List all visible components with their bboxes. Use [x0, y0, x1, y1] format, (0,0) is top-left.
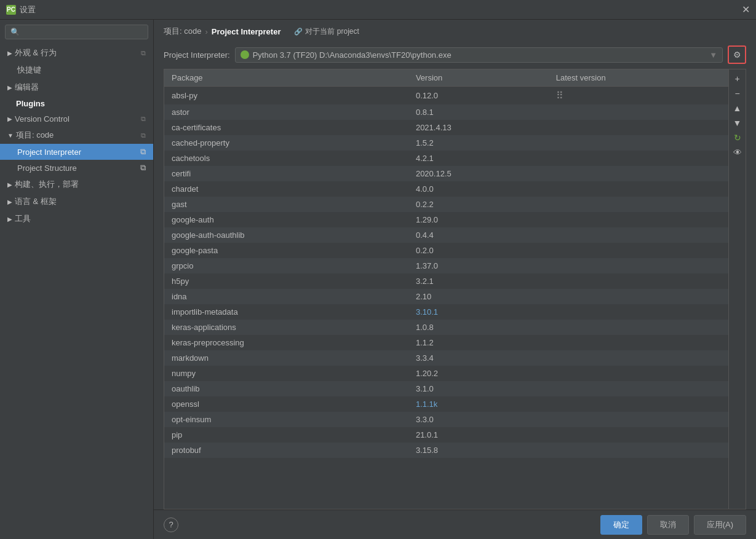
table-row[interactable]: numpy1.20.2 — [164, 366, 728, 381]
package-latest — [549, 320, 728, 335]
package-version: 3.1.0 — [408, 381, 549, 396]
sidebar-item-tools[interactable]: ▶ 工具 — [0, 210, 153, 227]
sidebar-item-version-control[interactable]: ▶ Version Control ⧉ — [0, 111, 153, 127]
column-header-latest: Latest version — [549, 69, 728, 87]
table-row[interactable]: certifi2020.12.5 — [164, 166, 728, 181]
copy-icon: ⧉ — [141, 49, 146, 57]
apply-button[interactable]: 应用(A) — [694, 515, 746, 535]
package-name: numpy — [164, 366, 408, 381]
table-row[interactable]: cachetools4.2.1 — [164, 151, 728, 166]
table-row[interactable]: google-pasta0.2.0 — [164, 243, 728, 258]
package-version: 1.5.2 — [408, 135, 549, 151]
table-row[interactable]: idna2.10 — [164, 289, 728, 304]
package-name: gast — [164, 197, 408, 212]
table-row[interactable]: h5py3.2.1 — [164, 273, 728, 289]
table-row[interactable]: protobuf3.15.8 — [164, 443, 728, 458]
scroll-up-button[interactable]: ▲ — [731, 101, 744, 115]
close-button[interactable]: ✕ — [742, 4, 750, 15]
breadcrumb-separator: › — [205, 27, 207, 36]
cancel-button[interactable]: 取消 — [647, 515, 689, 535]
breadcrumb-link[interactable]: 🔗 对于当前 project — [294, 26, 359, 37]
sidebar-nav: ▶ 外观 & 行为 ⧉ 快捷键 ▶ 编辑器 Plugins ▶ Version … — [0, 44, 153, 539]
right-action-bar: + − ▲ ▼ ↻ 👁 — [728, 69, 746, 509]
table-row[interactable]: markdown3.3.4 — [164, 350, 728, 366]
package-version: 1.0.8 — [408, 320, 549, 335]
package-latest — [549, 396, 728, 412]
main-layout: ▶ 外观 & 行为 ⧉ 快捷键 ▶ 编辑器 Plugins ▶ Version … — [0, 20, 756, 539]
sidebar-item-project-structure[interactable]: Project Structure ⧉ — [0, 160, 153, 176]
table-row[interactable]: chardet4.0.0 — [164, 181, 728, 197]
package-version: 4.2.1 — [408, 151, 549, 166]
package-version: 1.29.0 — [408, 212, 549, 227]
table-row[interactable]: pip21.0.1 — [164, 427, 728, 443]
sidebar-item-editor[interactable]: ▶ 编辑器 — [0, 79, 153, 96]
gear-button[interactable]: ⚙ — [728, 45, 746, 64]
package-name: cached-property — [164, 135, 408, 151]
help-button[interactable]: ? — [164, 517, 178, 532]
table-row[interactable]: importlib-metadata3.10.1 — [164, 304, 728, 320]
table-wrapper[interactable]: Package Version Latest version absl-py0.… — [164, 69, 728, 509]
package-version: 0.4.4 — [408, 227, 549, 243]
package-latest — [549, 258, 728, 273]
interpreter-value: Python 3.7 (TF20) D:\Anaconda3\envs\TF20… — [253, 50, 707, 60]
sidebar-item-label: 外观 & 行为 — [15, 47, 57, 58]
table-row[interactable]: cached-property1.5.2 — [164, 135, 728, 151]
package-latest: ⠿ — [549, 87, 728, 105]
package-latest — [549, 135, 728, 151]
table-row[interactable]: google-auth1.29.0 — [164, 212, 728, 227]
ok-button[interactable]: 确定 — [600, 515, 642, 535]
package-version: 3.10.1 — [408, 304, 549, 320]
table-row[interactable]: astor0.8.1 — [164, 104, 728, 120]
column-header-package: Package — [164, 69, 408, 87]
package-name: keras-preprocessing — [164, 335, 408, 350]
package-name: ca-certificates — [164, 120, 408, 135]
sidebar-item-project-code[interactable]: ▼ 项目: code ⧉ — [0, 127, 153, 144]
package-name: google-auth — [164, 212, 408, 227]
package-name: certifi — [164, 166, 408, 181]
table-row[interactable]: keras-preprocessing1.1.2 — [164, 335, 728, 350]
footer: ? 确定 取消 应用(A) — [154, 509, 756, 539]
python-icon — [241, 50, 249, 59]
package-latest — [549, 335, 728, 350]
refresh-button[interactable]: ↻ — [731, 131, 744, 144]
add-package-button[interactable]: + — [731, 72, 744, 85]
sidebar-item-label: 工具 — [15, 213, 31, 224]
sidebar-item-label: 快捷键 — [17, 65, 41, 74]
sidebar: ▶ 外观 & 行为 ⧉ 快捷键 ▶ 编辑器 Plugins ▶ Version … — [0, 20, 154, 539]
sidebar-item-keymap[interactable]: 快捷键 — [0, 61, 153, 79]
loading-indicator: ⠿ — [556, 90, 563, 101]
table-row[interactable]: oauthlib3.1.0 — [164, 381, 728, 396]
table-row[interactable]: gast0.2.2 — [164, 197, 728, 212]
package-name: oauthlib — [164, 381, 408, 396]
package-name: h5py — [164, 273, 408, 289]
package-version: 2.10 — [408, 289, 549, 304]
package-latest — [549, 304, 728, 320]
table-row[interactable]: opt-einsum3.3.0 — [164, 412, 728, 427]
package-version: 0.8.1 — [408, 104, 549, 120]
package-version: 3.3.0 — [408, 412, 549, 427]
chevron-down-icon: ▼ — [709, 50, 717, 60]
sidebar-item-language[interactable]: ▶ 语言 & 框架 — [0, 193, 153, 210]
sidebar-item-plugins[interactable]: Plugins — [0, 96, 153, 111]
table-row[interactable]: absl-py0.12.0⠿ — [164, 87, 728, 105]
eye-button[interactable]: 👁 — [731, 146, 744, 159]
table-row[interactable]: ca-certificates2021.4.13 — [164, 120, 728, 135]
table-row[interactable]: openssl1.1.1k — [164, 396, 728, 412]
package-version: 1.1.1k — [408, 396, 549, 412]
sidebar-item-appearance[interactable]: ▶ 外观 & 行为 ⧉ — [0, 44, 153, 61]
package-latest — [549, 289, 728, 304]
scroll-down-button[interactable]: ▼ — [731, 116, 744, 130]
remove-package-button[interactable]: − — [731, 87, 744, 100]
interpreter-select[interactable]: Python 3.7 (TF20) D:\Anaconda3\envs\TF20… — [235, 47, 723, 63]
table-row[interactable]: keras-applications1.0.8 — [164, 320, 728, 335]
sidebar-item-project-interpreter[interactable]: Project Interpreter ⧉ — [0, 144, 153, 160]
search-input[interactable] — [5, 25, 148, 39]
package-latest — [549, 243, 728, 258]
copy-icon: ⧉ — [141, 132, 146, 140]
breadcrumb-link-text: 对于当前 project — [305, 26, 359, 37]
sidebar-item-build[interactable]: ▶ 构建、执行，部署 — [0, 176, 153, 193]
table-row[interactable]: google-auth-oauthlib0.4.4 — [164, 227, 728, 243]
package-latest — [549, 120, 728, 135]
help-icon: ? — [169, 520, 173, 529]
table-row[interactable]: grpcio1.37.0 — [164, 258, 728, 273]
